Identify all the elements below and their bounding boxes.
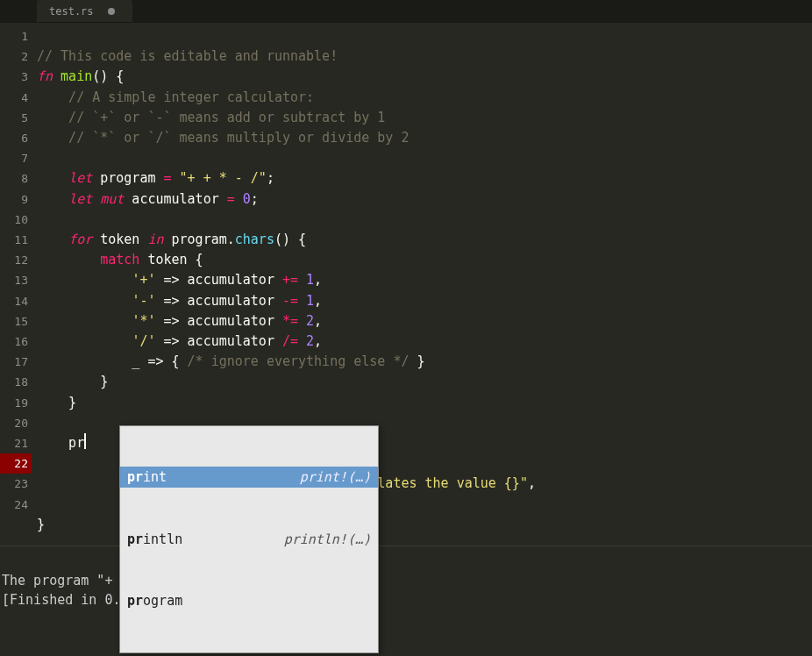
kw-mut: mut [100, 191, 124, 207]
code-token: , [528, 475, 536, 491]
autocomplete-item-println[interactable]: println println!(…) [120, 529, 378, 550]
char-star: '*' [132, 313, 155, 329]
tab-filename: test.rs [49, 5, 94, 18]
code-token: token [92, 232, 147, 247]
char-minus: '-' [132, 293, 155, 309]
code-token: => accumulator [155, 293, 282, 309]
kw-for: for [68, 232, 92, 247]
char-plus: '+' [132, 272, 155, 288]
op-minuseq: -= [282, 293, 298, 309]
line-number: 10 [0, 210, 28, 230]
editor-area: 123456789101112131415161718192021222324 … [0, 23, 812, 545]
code-line: } [37, 374, 108, 389]
code-token: () { [92, 68, 124, 84]
line-gutter: 123456789101112131415161718192021222324 [0, 23, 37, 545]
num-one: 1 [298, 293, 314, 309]
op-muleq: *= [282, 313, 298, 329]
code-token: , [314, 333, 322, 349]
tab-bar: test.rs [0, 0, 812, 23]
text-cursor [84, 433, 86, 449]
code-typed: pr [37, 435, 84, 451]
line-number: 4 [0, 88, 28, 108]
tab-dirty-dot-icon [108, 8, 115, 15]
code-token: => accumulator [155, 313, 282, 329]
code-token: _ => { [37, 353, 188, 369]
line-number: 12 [0, 250, 28, 270]
code-token: , [314, 272, 322, 288]
line-number: 6 [0, 128, 28, 148]
code-token: } [409, 353, 424, 369]
autocomplete-item-program[interactable]: program [120, 590, 378, 611]
code-token: , [314, 293, 322, 309]
line-number: 20 [0, 413, 28, 433]
autocomplete-label: print [127, 467, 167, 487]
kw-in: in [147, 232, 163, 247]
num-two: 2 [298, 313, 314, 329]
autocomplete-hint: println!(…) [284, 530, 371, 549]
line-number: 5 [0, 108, 28, 128]
line-number: 16 [0, 332, 28, 352]
num-two: 2 [298, 333, 314, 349]
op-pluseq: += [282, 272, 298, 288]
line-number: 1 [0, 26, 28, 46]
code-area[interactable]: // This code is editable and runnable! f… [37, 23, 812, 545]
code-token: program [92, 170, 163, 186]
str-program: "+ + * - /" [172, 170, 267, 186]
line-number: 9 [0, 189, 28, 210]
kw-let: let [68, 170, 92, 186]
code-token: => accumulator [155, 333, 282, 349]
code-line: // This code is editable and runnable! [37, 48, 338, 64]
op-assign: = [164, 170, 172, 186]
autocomplete-item-print[interactable]: print print!(…) [120, 467, 378, 488]
num-zero: 0 [235, 191, 251, 207]
code-token: () { [274, 232, 306, 247]
kw-let: let [68, 191, 92, 207]
code-line: // `*` or `/` means multiply or divide b… [37, 130, 409, 146]
line-number: 15 [0, 311, 28, 332]
autocomplete-label: program [127, 591, 182, 610]
autocomplete-hint: print!(…) [300, 467, 371, 487]
code-token: program. [164, 232, 235, 247]
line-number: 8 [0, 168, 28, 189]
line-number: 7 [0, 148, 28, 168]
line-number: 3 [0, 67, 28, 87]
fn-main: main [61, 68, 92, 84]
code-token: ; [251, 191, 259, 207]
tab-spacer [0, 0, 37, 22]
line-number: 18 [0, 372, 28, 392]
num-one: 1 [298, 272, 314, 288]
op-diveq: /= [282, 333, 298, 349]
code-line: } [37, 395, 76, 410]
line-number: 17 [0, 352, 28, 372]
code-line: // `+` or `-` means add or subtract by 1 [37, 110, 385, 125]
code-token: => accumulator [155, 272, 282, 288]
op-assign: = [227, 191, 235, 207]
code-line: } [37, 517, 45, 532]
line-number: 21 [0, 433, 28, 453]
kw-fn: fn [37, 68, 53, 84]
autocomplete-label: println [127, 530, 182, 549]
kw-match: match [100, 252, 139, 267]
line-number: 2 [0, 46, 28, 67]
line-number: 13 [0, 270, 28, 290]
call-chars: chars [235, 232, 274, 247]
char-slash: '/' [132, 333, 155, 349]
line-number: 11 [0, 230, 28, 250]
tab-testrs[interactable]: test.rs [37, 0, 132, 22]
line-number: 14 [0, 291, 28, 311]
code-token: token { [139, 252, 203, 267]
code-comment: /* ignore everything else */ [188, 353, 410, 369]
code-token: , [314, 313, 322, 329]
line-number: 23 [0, 474, 28, 494]
code-token: accumulator [124, 191, 226, 207]
autocomplete-popup[interactable]: print print!(…) println println!(…) prog… [119, 425, 379, 653]
line-number: 24 [0, 495, 28, 515]
code-line: // A simple integer calculator: [37, 89, 314, 105]
code-token: ; [267, 170, 274, 186]
line-number: 22 [0, 453, 32, 474]
line-number: 19 [0, 393, 28, 413]
